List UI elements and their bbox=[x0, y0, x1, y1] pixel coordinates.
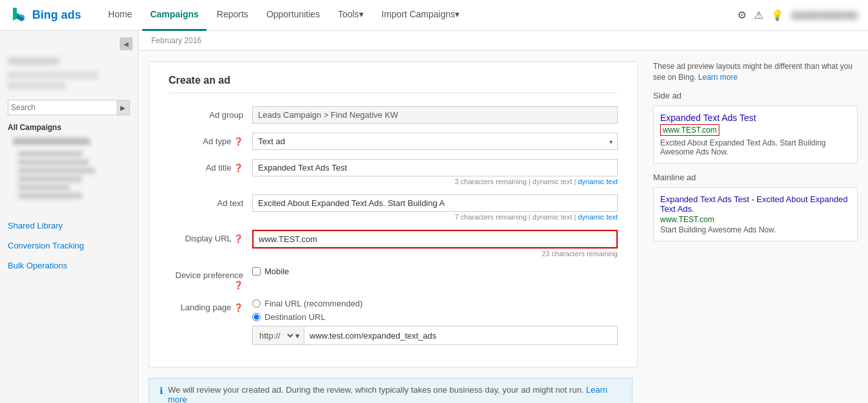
sidebar-toggle: ◀ bbox=[0, 37, 138, 54]
side-ad-desc: Excited About Expanded Text Ads. Start B… bbox=[660, 138, 851, 156]
ad-title-label: Ad title ❓ bbox=[169, 159, 252, 173]
final-url-row: Final URL (recommended) bbox=[252, 299, 618, 308]
url-protocol-select[interactable]: http:// https:// bbox=[257, 330, 295, 341]
all-campaigns-label: All Campaigns bbox=[0, 119, 138, 136]
sidebar-item-shared-library[interactable]: Shared Library bbox=[0, 216, 138, 236]
sidebar-sub-kw-tools[interactable] bbox=[18, 176, 82, 182]
logo-text: Bing ads bbox=[32, 8, 81, 22]
url-input-row: http:// https:// ▾ bbox=[252, 326, 618, 345]
account-name: account name here bbox=[791, 11, 858, 20]
sidebar-account-section bbox=[0, 54, 138, 96]
main-content: February 2016 Create an ad Ad group bbox=[138, 31, 868, 403]
landing-page-field: Final URL (recommended) Destination URL … bbox=[252, 299, 618, 345]
ad-text-dynamic-link[interactable]: dynamic text bbox=[578, 213, 618, 221]
ad-type-label: Ad type ❓ bbox=[169, 133, 252, 146]
destination-url-label: Destination URL bbox=[264, 312, 326, 322]
sidebar-account-label bbox=[8, 58, 59, 64]
ad-text-hint: 7 characters remaining | dynamic text | … bbox=[252, 213, 618, 221]
bing-logo-icon bbox=[10, 6, 28, 24]
sidebar-bottom: Shared Library Conversion Tracking Bulk … bbox=[0, 212, 138, 279]
destination-url-row: Destination URL bbox=[252, 312, 618, 322]
final-url-radio[interactable] bbox=[252, 299, 261, 308]
ad-group-row: Ad group bbox=[169, 106, 618, 124]
nav-links: Home Campaigns Reports Opportunities Too… bbox=[100, 0, 725, 31]
destination-url-radio[interactable] bbox=[252, 313, 261, 321]
sidebar-sub-trade[interactable] bbox=[18, 192, 82, 199]
sidebar-collapse-button[interactable]: ◀ bbox=[120, 37, 133, 50]
side-ad-label: Side ad bbox=[653, 91, 858, 100]
ad-text-field: 7 characters remaining | dynamic text | … bbox=[252, 194, 618, 221]
ad-group-input[interactable] bbox=[252, 106, 618, 124]
left-panel: Create an ad Ad group Ad type ❓ bbox=[138, 51, 643, 403]
sidebar: ◀ ▶ All Campaigns Shared Library Convers… bbox=[0, 31, 138, 403]
landing-page-label: Landing page ❓ bbox=[169, 299, 252, 312]
side-ad-title[interactable]: Expanded Text Ads Test bbox=[660, 113, 756, 123]
ad-type-help-icon[interactable]: ❓ bbox=[234, 137, 243, 146]
ad-type-select[interactable]: Text ad Product ad bbox=[252, 133, 618, 150]
side-ad-url: www.TEST.com bbox=[660, 124, 719, 136]
info-bar: ℹ We will review your created ad. During… bbox=[149, 378, 633, 403]
mobile-label: Mobile bbox=[264, 267, 289, 276]
sidebar-sub-optimize[interactable] bbox=[18, 184, 69, 191]
device-field: Mobile bbox=[252, 267, 618, 276]
ad-text-label: Ad text bbox=[169, 194, 252, 208]
nav-tools[interactable]: Tools ▾ bbox=[330, 0, 371, 31]
display-url-input[interactable] bbox=[252, 230, 618, 248]
sidebar-sub-negative[interactable] bbox=[18, 167, 95, 174]
nav-campaigns[interactable]: Campaigns bbox=[142, 0, 206, 31]
sidebar-search-button[interactable]: ▶ bbox=[116, 100, 129, 115]
display-url-label: Display URL ❓ bbox=[169, 230, 252, 243]
nav-opportunities[interactable]: Opportunities bbox=[259, 0, 328, 31]
mainline-ad-label: Mainline ad bbox=[653, 173, 858, 182]
ad-group-field bbox=[252, 106, 618, 124]
info-icon: ℹ bbox=[160, 386, 163, 396]
device-help-icon[interactable]: ❓ bbox=[234, 281, 243, 290]
ad-title-hint: 3 characters remaining | dynamic text | … bbox=[252, 178, 618, 185]
nav-right: ⚙ ⚠ 💡 account name here bbox=[737, 9, 858, 21]
ad-type-field: Text ad Product ad ▾ bbox=[252, 133, 618, 150]
settings-icon[interactable]: ⚙ bbox=[737, 9, 746, 21]
ad-title-dynamic-link[interactable]: dynamic text bbox=[578, 178, 618, 185]
preview-note: These ad preview layouts might be differ… bbox=[653, 61, 858, 83]
nav-home[interactable]: Home bbox=[100, 0, 140, 31]
sidebar-account-id bbox=[8, 82, 66, 89]
ad-title-row: Ad title ❓ 3 characters remaining | dyna… bbox=[169, 159, 618, 185]
ad-type-row: Ad type ❓ Text ad Product ad ▾ bbox=[169, 133, 618, 150]
sidebar-account-name bbox=[8, 71, 98, 79]
display-url-hint: 23 characters remaining bbox=[252, 250, 618, 258]
sidebar-sub-leads[interactable] bbox=[18, 159, 89, 165]
main-header: February 2016 bbox=[138, 31, 868, 51]
display-url-row: Display URL ❓ 23 characters remaining bbox=[169, 230, 618, 258]
sidebar-item-leads-campaign[interactable] bbox=[0, 136, 138, 149]
nav-reports[interactable]: Reports bbox=[209, 0, 256, 31]
alert-icon[interactable]: ⚠ bbox=[754, 9, 763, 21]
help-icon[interactable]: 💡 bbox=[771, 9, 784, 21]
mainline-ad-title[interactable]: Expanded Text Ads Test - Excited About E… bbox=[660, 194, 848, 214]
ad-title-help-icon[interactable]: ❓ bbox=[234, 164, 243, 173]
form-title: Create an ad bbox=[169, 75, 618, 93]
landing-help-icon[interactable]: ❓ bbox=[234, 303, 243, 312]
top-navigation: Bing ads Home Campaigns Reports Opportun… bbox=[0, 0, 868, 31]
ad-text-input[interactable] bbox=[252, 194, 618, 212]
final-url-label: Final URL (recommended) bbox=[264, 299, 363, 308]
preview-learn-more-link[interactable]: Learn more bbox=[698, 73, 737, 82]
display-url-help-icon[interactable]: ❓ bbox=[234, 234, 243, 243]
ad-text-row: Ad text 7 characters remaining | dynamic… bbox=[169, 194, 618, 221]
sidebar-sub-brand-terms[interactable] bbox=[18, 151, 82, 157]
ad-type-select-wrapper: Text ad Product ad ▾ bbox=[252, 133, 618, 150]
sidebar-item-conversion-tracking[interactable]: Conversion Tracking bbox=[0, 236, 138, 256]
nav-import[interactable]: Import Campaigns ▾ bbox=[374, 0, 467, 31]
url-protocol-wrapper: http:// https:// ▾ bbox=[252, 326, 304, 345]
preview-panel: These ad preview layouts might be differ… bbox=[643, 51, 868, 403]
info-text: We will review your created ad. During t… bbox=[168, 385, 622, 403]
mainline-ad-preview: Expanded Text Ads Test - Excited About E… bbox=[653, 187, 858, 241]
destination-url-input[interactable] bbox=[304, 326, 618, 345]
ad-title-input[interactable] bbox=[252, 159, 618, 176]
side-ad-preview: Expanded Text Ads Test www.TEST.com Exci… bbox=[653, 106, 858, 164]
mobile-checkbox[interactable] bbox=[252, 267, 261, 276]
device-preference-row: Device preference ❓ Mobile bbox=[169, 267, 618, 290]
sidebar-item-bulk-operations[interactable]: Bulk Operations bbox=[0, 256, 138, 276]
form-container: Create an ad Ad group Ad type ❓ bbox=[138, 51, 868, 403]
sidebar-search-input[interactable] bbox=[8, 103, 116, 112]
breadcrumb: February 2016 bbox=[151, 36, 201, 45]
